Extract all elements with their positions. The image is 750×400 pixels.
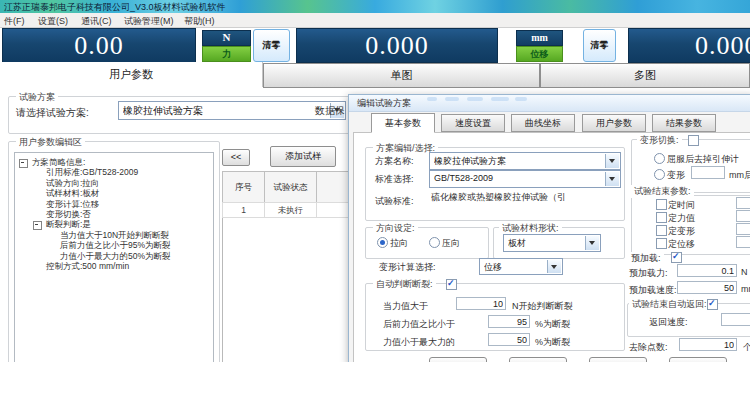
deform-calc-dropdown[interactable]: 位移 (479, 258, 563, 275)
dialog-tab-result[interactable]: 结果参数 (652, 114, 716, 132)
fixed-deform-label[interactable]: 定变形 (668, 225, 695, 238)
tab-single-graph[interactable]: 单图 (263, 63, 540, 88)
tree-item[interactable]: 试样材料:板材 (19, 188, 211, 198)
fixed-time-label[interactable]: 定时间 (668, 199, 695, 212)
collapse-panel-button[interactable]: << (222, 149, 250, 166)
standard-dropdown[interactable]: GB/T528-2009 (429, 170, 621, 188)
fixed-time-input[interactable] (736, 197, 750, 209)
fixed-disp-input[interactable] (736, 236, 750, 248)
compression-radio[interactable] (429, 237, 440, 248)
plan-name-value: 橡胶拉伸试验方案 (434, 155, 605, 168)
return-speed-input[interactable] (721, 313, 750, 326)
standard-value: GB/T528-2009 (434, 173, 605, 183)
remove-points-unit: 个 (743, 341, 750, 354)
tree-item[interactable]: 当力值大于10N开始判断断裂 (19, 230, 211, 240)
break-row3-suffix: %为断裂 (535, 336, 570, 349)
tab-multi-graph[interactable]: 多图 (540, 63, 750, 88)
menu-item-test-manage[interactable]: 试验管理(M) (120, 14, 178, 29)
tree-item[interactable]: 后前力值之比小于95%为断裂 (19, 240, 211, 250)
material-dropdown[interactable]: 板材 (503, 234, 601, 252)
column-header-no: 序号 (222, 171, 265, 203)
deform-switch-suffix: mm后去掉 (729, 169, 750, 182)
standard-select-label: 标准选择: (375, 173, 414, 186)
tree-item[interactable]: 控制方式:500 mm/min (19, 261, 211, 271)
preload-speed-input[interactable] (677, 281, 737, 294)
remove-points-input[interactable] (679, 338, 737, 351)
break-ratio-input[interactable] (488, 315, 530, 328)
tree-item[interactable]: 方案简略信息: (19, 157, 211, 167)
add-sample-button[interactable]: 添加试样 (270, 146, 336, 167)
tree-item[interactable]: 引用标准:GB/T528-2009 (19, 167, 211, 177)
tree-item[interactable]: 变形计算:位移 (19, 199, 211, 209)
remove-points-label: 去除点数: (629, 341, 668, 354)
remove-extensometer-radio[interactable] (654, 153, 665, 164)
force-display: 0.00 (2, 28, 196, 63)
title-artifact (427, 97, 437, 101)
fixed-force-label[interactable]: 定力值 (668, 212, 695, 225)
deform-value-radio[interactable] (654, 169, 665, 180)
tension-radio[interactable] (377, 237, 388, 248)
auto-return-checkbox[interactable]: ✓ (707, 299, 718, 310)
dialog-tab-curve[interactable]: 曲线坐标 (511, 114, 575, 132)
tension-radio-label[interactable]: 拉向 (390, 237, 408, 250)
plan-select-dropdown[interactable]: 橡胶拉伸试验方案 (118, 101, 346, 120)
material-value: 板材 (508, 237, 585, 250)
dialog-bottom-button-3[interactable] (589, 357, 647, 362)
dialog-bottom-button-2[interactable] (509, 357, 567, 362)
menu-item-settings[interactable]: 设置(S) (34, 14, 72, 29)
dialog-bottom-button-4[interactable] (669, 357, 727, 362)
break-force-input[interactable] (456, 297, 506, 310)
test-standard-value: 硫化橡胶或热塑橡胶拉伸试验（引 (431, 191, 617, 204)
force-clear-button[interactable]: 清零 (253, 29, 290, 62)
fixed-disp-checkbox[interactable] (656, 238, 667, 249)
preload-speed-unit: mm/min (741, 284, 750, 294)
table-row-status[interactable]: 未执行 (264, 202, 317, 218)
fixed-force-checkbox[interactable] (656, 212, 667, 223)
fixed-disp-label[interactable]: 定位移 (668, 238, 695, 251)
dialog-tab-basic[interactable]: 基本参数 (371, 113, 435, 133)
auto-break-checkbox[interactable]: ✓ (446, 279, 457, 290)
screenshot-root: 江苏正瑞泰邦电子科技有限公司_V3.0板材料试验机软件 件(F) 设置(S) 通… (0, 0, 750, 400)
tree-item[interactable]: 试验方向:拉向 (19, 178, 211, 188)
break-maxpct-input[interactable] (488, 333, 530, 346)
fixed-force-input[interactable] (736, 210, 750, 222)
force-channel-box: 力 (202, 46, 251, 62)
deform-switch-input[interactable] (691, 166, 725, 179)
tree-item[interactable]: 断裂判断:是 (19, 219, 211, 229)
fixed-deform-checkbox[interactable] (656, 225, 667, 236)
auto-break-legend: 自动判断断裂: (373, 278, 436, 291)
menu-item-file[interactable]: 件(F) (0, 14, 29, 29)
title-artifact (445, 97, 459, 101)
fixed-time-checkbox[interactable] (656, 199, 667, 210)
tree-item[interactable]: 变形切换:否 (19, 209, 211, 219)
deform-value-label[interactable]: 变形 (667, 169, 685, 182)
preload-speed-label: 预加载速度: (629, 284, 677, 297)
fixed-deform-input[interactable] (736, 223, 750, 235)
deform-switch-checkbox[interactable] (688, 135, 699, 146)
check-icon: ✓ (447, 278, 455, 288)
break-row1-prefix: 当力值大于 (383, 300, 428, 313)
deform-calc-label: 变形计算选择: (379, 261, 436, 274)
tab-user-params[interactable]: 用户参数 (0, 62, 263, 87)
break-row2-prefix: 后前力值之比小于 (383, 318, 455, 331)
plan-name-label: 方案名称: (375, 155, 414, 168)
menu-bar: 件(F) 设置(S) 通讯(C) 试验管理(M) 帮助(H) (0, 13, 750, 28)
preload-checkbox[interactable]: ✓ (671, 252, 682, 263)
title-artifact (467, 97, 483, 101)
displacement-clear-button[interactable]: 清零 (583, 29, 616, 62)
compression-radio-label[interactable]: 压向 (442, 237, 460, 250)
dialog-tab-speed[interactable]: 速度设置 (441, 114, 505, 132)
table-row-no[interactable]: 1 (222, 202, 265, 218)
menu-item-comm[interactable]: 通讯(C) (77, 14, 116, 29)
deform-calc-value: 位移 (484, 261, 547, 274)
preload-force-input[interactable] (677, 264, 737, 277)
plan-summary-tree[interactable]: 方案简略信息: 引用标准:GB/T528-2009 试验方向:拉向 试样材料:板… (14, 152, 214, 362)
break-row2-suffix: %为断裂 (535, 318, 570, 331)
dialog-tab-user[interactable]: 用户参数 (582, 114, 646, 132)
dialog-bottom-button-1[interactable] (429, 357, 487, 362)
dialog-title-bar[interactable]: 编辑试验方案 (349, 95, 750, 112)
tree-item[interactable]: 力值小于最大力的50%为断裂 (19, 251, 211, 261)
menu-item-help[interactable]: 帮助(H) (180, 14, 219, 29)
plan-name-dropdown[interactable]: 橡胶拉伸试验方案 (429, 152, 621, 170)
remove-extensometer-label[interactable]: 屈服后去掉引伸计 (667, 153, 739, 166)
